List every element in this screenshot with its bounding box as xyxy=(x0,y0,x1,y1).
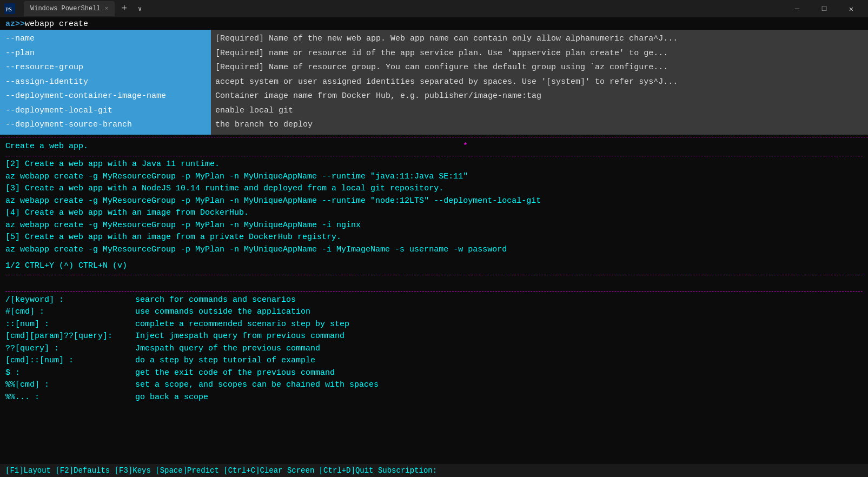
help-section: /[keyword] : search for commands and sce… xyxy=(5,294,863,404)
autocomplete-item-name[interactable]: --name xyxy=(0,32,211,47)
status-bar: [F1]Layout [F2]Defaults [F3]Keys [Space]… xyxy=(0,464,868,477)
example-2-cmd: az webapp create -g MyResourceGroup -p M… xyxy=(5,171,863,183)
maximize-button[interactable]: □ xyxy=(812,0,837,17)
autocomplete-panel: --name --plan --resource-group --assign-… xyxy=(0,30,868,135)
example-5-cmd: az webapp create -g MyResourceGroup -p M… xyxy=(5,244,863,256)
help-row-num: ::[num] : complete a recommended scenari… xyxy=(5,319,863,331)
help-row-tutorial: [cmd]::[num] : do a step by step tutoria… xyxy=(5,355,863,367)
example-5-label: [5] Create a web app with an image from … xyxy=(5,231,863,244)
help-row-keyword: /[keyword] : search for commands and sce… xyxy=(5,294,863,307)
autocomplete-item-plan[interactable]: --plan xyxy=(0,47,211,61)
prompt: az>> xyxy=(5,19,25,29)
example-3-cmd: az webapp create -g MyResourceGroup -p M… xyxy=(5,195,863,208)
titlebar-tabs: Windows PowerShell × + ∨ xyxy=(24,1,146,16)
command-line: az>> webapp create xyxy=(0,17,868,30)
example-3-label: [3] Create a web app with a NodeJS 10.14… xyxy=(5,183,863,195)
powershell-tab[interactable]: Windows PowerShell × xyxy=(24,1,115,16)
help-row-back: %%... : go back a scope xyxy=(5,392,863,404)
tab-dropdown-button[interactable]: ∨ xyxy=(134,5,146,13)
minimize-button[interactable]: — xyxy=(785,0,810,17)
desc-assign-identity: accept system or user assigned identitie… xyxy=(215,75,864,90)
titlebar-left: PS Windows PowerShell × + ∨ xyxy=(4,1,146,16)
terminal-content: Create a web app. * [2] Create a web app… xyxy=(0,140,868,404)
status-bar-text: [F1]Layout [F2]Defaults [F3]Keys [Space]… xyxy=(5,466,437,475)
help-row-cmd: #[cmd] : use commands outside the applic… xyxy=(5,306,863,319)
content-header: Create a web app. xyxy=(5,141,88,153)
svg-text:PS: PS xyxy=(5,6,12,12)
section-gap-1 xyxy=(5,277,863,289)
powershell-icon: PS xyxy=(4,3,15,14)
desc-resource-group: [Required] Name of resource group. You c… xyxy=(215,61,864,75)
desc-plan: [Required] name or resource id of the ap… xyxy=(215,47,864,61)
titlebar: PS Windows PowerShell × + ∨ — □ ✕ xyxy=(0,0,868,17)
example-4-label: [4] Create a web app with an image from … xyxy=(5,207,863,220)
help-row-scope: %%[cmd] : set a scope, and scopes can be… xyxy=(5,379,863,392)
pagination: 1/2 CTRL+Y (^) CTRL+N (v) xyxy=(5,260,863,273)
desc-source-branch: the branch to deploy xyxy=(215,118,864,132)
autocomplete-item-assign-identity[interactable]: --assign-identity xyxy=(0,75,211,90)
divider-3 xyxy=(5,275,863,275)
autocomplete-item-source-branch[interactable]: --deployment-source-branch xyxy=(0,118,211,132)
add-tab-button[interactable]: + xyxy=(117,4,131,14)
example-4-cmd: az webapp create -g MyResourceGroup -p M… xyxy=(5,220,863,232)
tab-label: Windows PowerShell xyxy=(30,5,101,12)
divider-2 xyxy=(5,156,863,156)
command-text: webapp create xyxy=(25,19,88,29)
desc-container-image: Container image name from Docker Hub, e.… xyxy=(215,89,864,104)
content-star: * xyxy=(463,141,468,153)
autocomplete-item-local-git[interactable]: --deployment-local-git xyxy=(0,104,211,118)
help-row-exit: $ : get the exit code of the previous co… xyxy=(5,367,863,380)
window-controls: — □ ✕ xyxy=(785,0,864,17)
desc-name: [Required] Name of the new web app. Web … xyxy=(215,32,864,47)
terminal[interactable]: az>> webapp create --name --plan --resou… xyxy=(0,17,868,477)
divider-1 xyxy=(0,137,868,137)
divider-4 xyxy=(5,292,863,292)
close-button[interactable]: ✕ xyxy=(839,0,864,17)
autocomplete-items[interactable]: --name --plan --resource-group --assign-… xyxy=(0,30,211,135)
autocomplete-item-container-image[interactable]: --deployment-container-image-name xyxy=(0,89,211,104)
help-row-jmespath: ??[query] : Jmespath query of the previo… xyxy=(5,343,863,355)
desc-local-git: enable local git xyxy=(215,104,864,118)
example-2-label: [2] Create a web app with a Java 11 runt… xyxy=(5,158,863,171)
autocomplete-descriptions: [Required] Name of the new web app. Web … xyxy=(211,30,868,135)
close-tab-icon[interactable]: × xyxy=(105,5,109,12)
autocomplete-item-resource-group[interactable]: --resource-group xyxy=(0,61,211,75)
help-row-query: [cmd][param]??[query]: Inject jmespath q… xyxy=(5,330,863,343)
